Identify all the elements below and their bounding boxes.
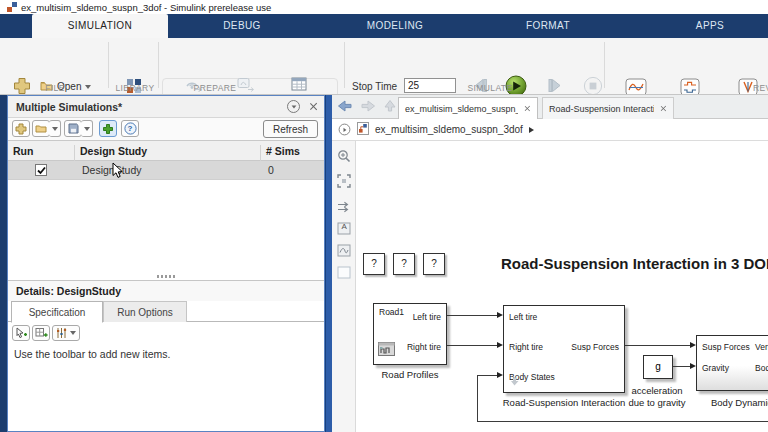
- stop-time-input[interactable]: [404, 78, 456, 93]
- doc-tab-subsystem[interactable]: Road-Suspension Interaction: [542, 97, 674, 119]
- add-grid-item-button[interactable]: [32, 325, 50, 341]
- group-divider: [344, 42, 345, 88]
- open-study-button[interactable]: [32, 120, 50, 137]
- road-profiles-label: Road Profiles: [370, 369, 450, 380]
- add-design-study-button[interactable]: [12, 120, 30, 137]
- viewer-icon[interactable]: [337, 243, 351, 261]
- stop-icon: [583, 76, 603, 95]
- save-study-button[interactable]: [64, 120, 82, 137]
- col-sims[interactable]: # Sims: [266, 145, 300, 157]
- table-row[interactable]: DesignStudy 0: [8, 161, 324, 180]
- data-inspector-button[interactable]: Data Inspector: [612, 77, 660, 95]
- tab-format[interactable]: FORMAT: [512, 14, 584, 38]
- data-inspector-icon: [625, 77, 647, 95]
- run-checkbox[interactable]: [35, 164, 47, 176]
- group-divider: [604, 42, 605, 88]
- feedback-wire: [477, 375, 497, 376]
- breadcrumb-expand-icon[interactable]: [529, 127, 534, 133]
- ribbon-toolbar: New Open Save Print FILE Library Browser…: [0, 38, 768, 95]
- panel-menu-icon[interactable]: [287, 100, 300, 113]
- save-study-caret-icon[interactable]: [81, 120, 93, 137]
- tab-modeling[interactable]: MODELING: [350, 14, 440, 38]
- table-header: Run Design Study # Sims: [8, 140, 324, 161]
- road-suspension-interaction-block[interactable]: Left tire Right tire Body States Susp Fo…: [503, 305, 625, 393]
- group-divider: [108, 42, 109, 88]
- window-title: ex_multisim_sldemo_suspn_3dof - Simulink…: [21, 2, 271, 13]
- simulink-model-icon: [7, 2, 17, 12]
- breadcrumb-bar: ex_multisim_sldemo_suspn_3dof: [332, 119, 768, 141]
- panel-title: Multiple Simulations*: [8, 101, 122, 113]
- panel-header: Multiple Simulations*: [8, 96, 324, 118]
- doc-tab-model[interactable]: ex_multisim_sldemo_suspn_3dof: [398, 97, 538, 119]
- gravity-caption-line1: acceleration: [614, 385, 700, 396]
- signal-arrows-icon[interactable]: [337, 199, 351, 217]
- annotation-icon[interactable]: A: [337, 221, 351, 239]
- feedback-wire: [477, 421, 768, 422]
- forward-button: [360, 99, 376, 117]
- refresh-button[interactable]: Refresh: [263, 120, 318, 138]
- feedback-wire: [477, 375, 478, 422]
- fit-to-view-icon[interactable]: [337, 174, 351, 192]
- multiple-simulations-panel: Multiple Simulations* ? Refresh Run Desi…: [7, 95, 325, 432]
- step-forward-button: Step Forward: [534, 76, 576, 95]
- dock-edge: [0, 95, 7, 432]
- body-dynamics-block[interactable]: Susp Forces Gravity Vert Body: [696, 335, 768, 391]
- unknown-block[interactable]: ?: [393, 253, 415, 275]
- add-item-button[interactable]: [99, 120, 117, 137]
- close-tab-icon[interactable]: [524, 105, 530, 112]
- library-group-label: LIBRARY: [110, 83, 160, 93]
- step-forward-icon: [545, 76, 565, 95]
- signal-wire: [673, 366, 690, 367]
- empty-box-icon[interactable]: [337, 265, 351, 283]
- mouse-cursor: [111, 162, 124, 184]
- details-toolbar: [12, 325, 80, 341]
- signal-wire: [447, 345, 497, 346]
- close-tab-icon[interactable]: [660, 105, 666, 112]
- signal-table-button[interactable]: Signal Table: [276, 77, 322, 95]
- signal-table-icon: [291, 77, 307, 94]
- signal-wire: [625, 345, 690, 346]
- logic-analyzer-icon: [680, 77, 700, 95]
- gravity-constant-block[interactable]: g: [643, 355, 673, 379]
- ribbon-tabbar: SIMULATION DEBUG MODELING FORMAT APPS: [0, 14, 768, 38]
- panel-splitter[interactable]: [325, 95, 332, 432]
- tab-run-options[interactable]: Run Options: [103, 301, 187, 322]
- unknown-block[interactable]: ?: [423, 253, 445, 275]
- new-icon: [13, 77, 31, 95]
- tab-apps[interactable]: APPS: [682, 14, 738, 38]
- road-profiles-block[interactable]: Road1 Left tire Right tire: [373, 303, 447, 365]
- editor-area: ex_multisim_sldemo_suspn_3dof Road-Suspe…: [332, 95, 768, 432]
- up-button: [383, 99, 397, 117]
- body-dynamics-label: Body Dynamics: [694, 397, 768, 408]
- logic-analyzer-button[interactable]: Logic Analyzer: [666, 77, 714, 95]
- tab-simulation[interactable]: SIMULATION: [32, 14, 168, 38]
- arrange-items-button[interactable]: [52, 325, 80, 341]
- tab-specification[interactable]: Specification: [11, 301, 103, 323]
- open-caret-icon[interactable]: [85, 85, 91, 89]
- col-run[interactable]: Run: [13, 145, 33, 157]
- help-button[interactable]: ?: [121, 120, 139, 137]
- subsystem-badge-icon: [510, 372, 519, 390]
- breadcrumb-model-name[interactable]: ex_multisim_sldemo_suspn_3dof: [375, 124, 523, 135]
- unknown-block[interactable]: ?: [363, 253, 385, 275]
- col-design-study[interactable]: Design Study: [80, 145, 147, 157]
- explorer-bar-toggle-icon[interactable]: [339, 124, 351, 136]
- panel-toolbar: ? Refresh: [8, 118, 324, 140]
- details-header: Details: DesignStudy: [8, 280, 324, 301]
- review-group-label: REVIEW RESULTS: [753, 83, 768, 93]
- tab-debug[interactable]: DEBUG: [212, 14, 272, 38]
- signal-wire: [447, 315, 497, 316]
- simulink-window: ex_multisim_sldemo_suspn_3dof - Simulink…: [0, 0, 768, 432]
- sims-count: 0: [268, 164, 274, 176]
- prepare-group-label: PREPARE: [185, 83, 245, 93]
- open-study-caret-icon[interactable]: [49, 120, 61, 137]
- details-title: Details: DesignStudy: [8, 285, 121, 297]
- diagram-title: Road-Suspension Interaction in 3 DOF: [501, 255, 768, 272]
- horizontal-splitter-handle[interactable]: [157, 275, 177, 278]
- wire-arrowhead: [497, 372, 503, 378]
- diagram-canvas[interactable]: ? ? ? Road-Suspension Interaction in 3 D…: [356, 141, 768, 432]
- zoom-icon[interactable]: [337, 149, 351, 167]
- panel-close-icon[interactable]: [309, 102, 318, 111]
- add-pointer-item-button[interactable]: [12, 325, 30, 341]
- back-button[interactable]: [337, 99, 353, 117]
